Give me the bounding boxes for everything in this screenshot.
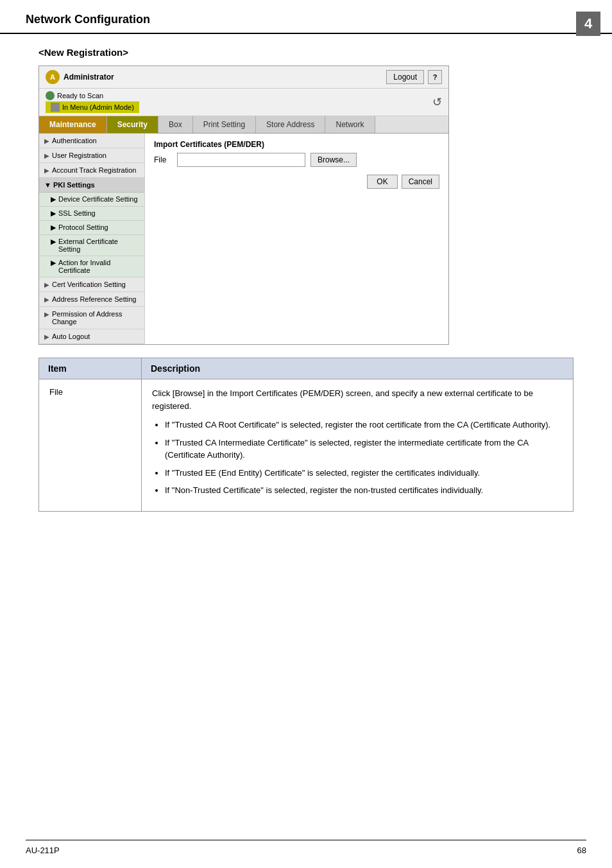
panel-title: Import Certificates (PEM/DER) <box>154 140 439 149</box>
refresh-icon[interactable]: ↺ <box>432 95 442 109</box>
topbar-left: A Administrator <box>46 70 114 84</box>
tab-print-setting[interactable]: Print Setting <box>193 116 256 133</box>
sidebar-label-protocol: Protocol Setting <box>58 223 108 231</box>
sidebar-item-external-cert[interactable]: ▶ External Certificate Setting <box>39 235 144 256</box>
device-topbar: A Administrator Logout ? <box>39 66 448 89</box>
arrow-icon: ▶ <box>44 152 49 159</box>
admin-label: Administrator <box>64 73 114 82</box>
sidebar-label-external-cert: External Certificate Setting <box>58 238 139 253</box>
sidebar-label-permission-address: Permission of Address Change <box>52 310 139 326</box>
ready-dot <box>46 91 55 100</box>
status-items: Ready to Scan In Menu (Admin Mode) <box>46 91 139 113</box>
item-cell: File <box>39 379 142 512</box>
sidebar-label-account-track: Account Track Registration <box>52 166 136 174</box>
arrow-icon: ▶ <box>51 209 56 218</box>
sidebar-item-account-track[interactable]: ▶ Account Track Registration <box>39 163 144 178</box>
tab-maintenance[interactable]: Maintenance <box>39 116 107 133</box>
sidebar-label-device-cert: Device Certificate Setting <box>58 195 138 203</box>
sidebar-item-authentication[interactable]: ▶ Authentication <box>39 134 144 148</box>
arrow-icon: ▶ <box>44 281 49 288</box>
arrow-icon: ▶ <box>51 223 56 232</box>
admin-mode-icon <box>51 103 60 112</box>
status-ready: Ready to Scan <box>46 91 139 100</box>
sidebar-group-pki[interactable]: ▼ PKI Settings <box>39 178 144 193</box>
arrow-icon: ▶ <box>44 137 49 144</box>
description-table: Item Description File Click [Browse] in … <box>38 358 574 512</box>
sidebar-label-authentication: Authentication <box>52 137 97 144</box>
tab-network[interactable]: Network <box>325 116 375 133</box>
device-ui: A Administrator Logout ? Ready to Scan I… <box>38 65 449 345</box>
col-desc-header: Description <box>142 358 574 379</box>
page-badge: 4 <box>576 12 600 36</box>
cancel-button[interactable]: Cancel <box>402 175 439 189</box>
sidebar-label-auto-logout: Auto Logout <box>52 333 90 340</box>
sidebar-item-user-registration[interactable]: ▶ User Registration <box>39 148 144 163</box>
device-panel: Import Certificates (PEM/DER) File Brows… <box>145 134 448 344</box>
page-header: Network Configuration <box>0 0 612 34</box>
arrow-icon: ▶ <box>44 167 49 174</box>
tab-security[interactable]: Security <box>107 116 158 133</box>
arrow-icon: ▶ <box>44 333 49 340</box>
sidebar-label-ssl: SSL Setting <box>58 209 96 217</box>
device-tabs: Maintenance Security Box Print Setting S… <box>39 116 448 134</box>
desc-bullet-list: If "Trusted CA Root Certificate" is sele… <box>165 419 563 497</box>
admin-icon: A <box>46 70 60 84</box>
bullet-item-4: If "Non-Trusted Certificate" is selected… <box>165 484 563 497</box>
footer-model: AU-211P <box>26 846 60 855</box>
admin-mode-label: In Menu (Admin Mode) <box>62 103 134 111</box>
ok-button[interactable]: OK <box>367 175 397 189</box>
sidebar-label-user-registration: User Registration <box>52 152 106 159</box>
arrow-icon: ▶ <box>51 238 56 246</box>
tab-store-address[interactable]: Store Address <box>256 116 325 133</box>
device-sidebar: ▶ Authentication ▶ User Registration ▶ A… <box>39 134 145 344</box>
panel-buttons: OK Cancel <box>154 175 439 189</box>
sidebar-label-cert-verification: Cert Verification Setting <box>52 281 126 288</box>
pki-group-label: ▼ PKI Settings <box>44 181 95 189</box>
main-content: <New Registration> A Administrator Logou… <box>0 34 612 525</box>
sidebar-item-permission-address[interactable]: ▶ Permission of Address Change <box>39 307 144 329</box>
page-title: Network Configuration <box>26 13 150 26</box>
arrow-icon: ▶ <box>44 311 49 318</box>
sidebar-item-device-cert[interactable]: ▶ Device Certificate Setting <box>39 193 144 207</box>
ready-label: Ready to Scan <box>57 92 103 100</box>
col-item-header: Item <box>39 358 142 379</box>
file-input[interactable] <box>177 153 305 167</box>
sidebar-item-ssl[interactable]: ▶ SSL Setting <box>39 207 144 221</box>
device-content: ▶ Authentication ▶ User Registration ▶ A… <box>39 134 448 344</box>
sidebar-item-auto-logout[interactable]: ▶ Auto Logout <box>39 329 144 344</box>
file-label: File <box>154 155 172 164</box>
table-row: File Click [Browse] in the Import Certif… <box>39 379 574 512</box>
topbar-right: Logout ? <box>386 70 442 84</box>
arrow-icon: ▶ <box>51 195 56 204</box>
arrow-icon: ▶ <box>44 296 49 303</box>
footer-page: 68 <box>577 846 586 855</box>
tab-box[interactable]: Box <box>158 116 193 133</box>
sidebar-item-cert-verification[interactable]: ▶ Cert Verification Setting <box>39 277 144 292</box>
sidebar-label-address-reference: Address Reference Setting <box>52 295 136 303</box>
desc-intro: Click [Browse] in the Import Certificate… <box>152 387 563 412</box>
bullet-item-1: If "Trusted CA Root Certificate" is sele… <box>165 419 563 431</box>
desc-cell: Click [Browse] in the Import Certificate… <box>142 379 574 512</box>
section-title: <New Registration> <box>38 47 574 58</box>
logout-button[interactable]: Logout <box>386 70 424 84</box>
device-statusbar: Ready to Scan In Menu (Admin Mode) ↺ <box>39 89 448 116</box>
sidebar-item-address-reference[interactable]: ▶ Address Reference Setting <box>39 292 144 307</box>
page-footer: AU-211P 68 <box>26 840 586 855</box>
bullet-item-3: If "Trusted EE (End Entity) Certificate"… <box>165 467 563 480</box>
arrow-icon: ▶ <box>51 259 56 267</box>
browse-button[interactable]: Browse... <box>310 153 357 167</box>
bullet-item-2: If "Trusted CA Intermediate Certificate"… <box>165 437 563 462</box>
sidebar-item-protocol[interactable]: ▶ Protocol Setting <box>39 221 144 235</box>
admin-mode-status: In Menu (Admin Mode) <box>46 101 139 113</box>
help-button[interactable]: ? <box>428 70 442 84</box>
sidebar-label-action-invalid: Action for Invalid Certificate <box>58 259 139 274</box>
sidebar-item-action-invalid[interactable]: ▶ Action for Invalid Certificate <box>39 256 144 277</box>
file-row: File Browse... <box>154 153 439 167</box>
